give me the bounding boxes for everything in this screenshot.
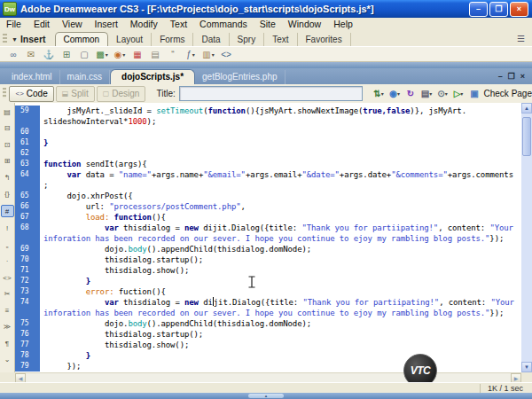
dropdown-arrow-icon[interactable]: ▾ [397, 90, 400, 97]
insert-tab-forms[interactable]: Forms [152, 33, 193, 46]
apply-comment-icon[interactable]: „ [2, 239, 13, 250]
images-icon[interactable]: ▩▾ [94, 48, 110, 61]
line-number: 73 [15, 286, 40, 297]
validate-markup-icon[interactable]: ▷▾ [451, 89, 466, 98]
doc-minimize-button[interactable]: – [498, 72, 503, 81]
panel-expander-grip[interactable]: ▴ [248, 394, 284, 398]
split-view-icon: ⬓ [62, 90, 69, 98]
indent-code-icon[interactable]: ≫ [2, 322, 13, 332]
insert-tab-favorites[interactable]: Favorites [298, 33, 351, 46]
menu-insert[interactable]: Insert [89, 19, 124, 29]
vertical-scrollbar[interactable]: ▲ ▼ [521, 103, 532, 372]
server-include-icon[interactable]: ▤ [147, 48, 163, 61]
doc-toolbar-grip[interactable] [3, 88, 6, 98]
format-source-icon[interactable]: ¶ [2, 338, 13, 348]
doc-restore-button[interactable]: ❐ [508, 72, 515, 81]
title-input[interactable] [179, 86, 363, 101]
code-text: }); [40, 361, 81, 372]
templates-icon[interactable]: ▥▾ [200, 48, 216, 61]
menu-text[interactable]: Text [164, 19, 193, 29]
more-chevron-icon[interactable]: ⌄ [2, 355, 13, 365]
wrap-tag-icon[interactable]: <> [2, 272, 13, 283]
collapse-selection-icon[interactable]: ⊡ [2, 139, 13, 150]
insert-tab-layout[interactable]: Layout [108, 33, 152, 46]
split-view-button[interactable]: ⬓ Split [56, 86, 95, 102]
code-text: url: "processors/postComment.php", [40, 201, 246, 212]
balance-braces-icon[interactable]: {} [2, 189, 13, 200]
dropdown-arrow-icon[interactable]: ▾ [212, 51, 215, 58]
menu-window[interactable]: Window [282, 19, 327, 29]
code-text: dojo.body().appendChild(thisdialog.domNo… [40, 244, 311, 254]
check-page-icon[interactable]: ▣ [467, 89, 482, 98]
menu-help[interactable]: Help [327, 19, 359, 29]
restore-button[interactable]: ❐ [489, 2, 508, 17]
insert-tab-text[interactable]: Text [264, 33, 297, 46]
media-icon[interactable]: ◉▾ [112, 48, 128, 61]
dropdown-arrow-icon[interactable]: ▾ [445, 90, 448, 97]
select-parent-tag-icon[interactable]: ↰ [2, 172, 13, 183]
dropdown-arrow-icon[interactable]: ▾ [106, 51, 108, 58]
code-editor[interactable]: 59 jsMyArt._slideId = setTimeout(functio… [15, 103, 521, 372]
toolbar-grip[interactable] [3, 34, 7, 44]
code-line: 76 thisdialog.startup(); [15, 329, 521, 340]
tag-chooser-icon[interactable]: <> [218, 48, 234, 61]
dropdown-arrow-icon[interactable]: ▾ [381, 90, 384, 97]
collapse-full-tag-icon[interactable]: ⊟ [2, 123, 13, 134]
code-line: ; [15, 180, 521, 191]
minimize-button[interactable]: – [469, 2, 488, 17]
preview-browser-icon[interactable]: ◉▾ [387, 89, 403, 98]
table-icon[interactable]: ⊞ [59, 48, 74, 61]
server-include-icon-glyph: ▤ [151, 50, 159, 59]
design-view-button[interactable]: ▢ Design [97, 86, 146, 102]
remove-comment-icon[interactable]: · [2, 256, 13, 267]
menu-modify[interactable]: Modify [124, 19, 164, 29]
scroll-down-icon[interactable]: ▼ [521, 362, 532, 372]
check-page-button[interactable]: Check Page [484, 89, 532, 98]
script-icon[interactable]: ƒ▾ [183, 48, 199, 61]
named-anchor-icon[interactable]: ⚓ [41, 48, 57, 61]
insert-tab-spry[interactable]: Spry [230, 33, 265, 46]
date-icon[interactable]: ▦ [129, 48, 145, 61]
line-number: 66 [15, 201, 40, 212]
open-documents-icon[interactable]: ▤ [2, 106, 13, 117]
doc-tab-main-css[interactable]: main.css [60, 70, 110, 84]
vertical-scroll-thumb[interactable] [522, 117, 531, 156]
file-management-icon[interactable]: ⇅▾ [372, 89, 387, 98]
doc-close-button[interactable]: × [520, 72, 525, 81]
hyperlink-icon[interactable]: ∞ [5, 48, 21, 61]
code-view-button[interactable]: <> Code [9, 86, 53, 102]
panel-menu-icon[interactable]: ☰ [517, 34, 525, 43]
code-line: 59 jsMyArt._slideId = setTimeout(functio… [15, 106, 521, 116]
doc-tab-getblogentries-php[interactable]: getBlogEntries.php [195, 70, 286, 84]
insert-tab-common[interactable]: Common [55, 32, 109, 46]
comment-icon[interactable]: “ [165, 48, 181, 61]
menu-file[interactable]: File [0, 19, 27, 29]
scroll-up-icon[interactable]: ▲ [521, 103, 532, 113]
menu-edit[interactable]: Edit [27, 19, 56, 29]
email-link-icon[interactable]: ✉ [23, 48, 39, 61]
insert-bar-label[interactable]: ▼ Insert [12, 34, 46, 44]
code-text: var data = "name="+args.name+"&email="+a… [40, 169, 513, 180]
dropdown-arrow-icon[interactable]: ▾ [122, 51, 125, 58]
visual-aids-icon[interactable]: ⊙▾ [435, 89, 450, 98]
dropdown-arrow-icon[interactable]: ▾ [192, 51, 195, 58]
dropdown-arrow-icon[interactable]: ▾ [460, 90, 463, 97]
expand-all-icon[interactable]: ⊞ [2, 156, 13, 167]
view-options-icon[interactable]: ▤▾ [419, 89, 434, 98]
close-button[interactable]: × [510, 2, 528, 17]
recent-snippets-icon[interactable]: ✂ [2, 289, 13, 300]
line-numbers-icon[interactable]: # [1, 205, 14, 217]
dropdown-arrow-icon[interactable]: ▾ [429, 90, 432, 97]
refresh-icon[interactable]: ↻ [403, 89, 419, 98]
menu-view[interactable]: View [56, 19, 89, 29]
doc-tab-dojoscripts-js-[interactable]: dojoScripts.js* [110, 69, 195, 84]
highlight-invalid-code-icon[interactable]: ! [2, 223, 13, 234]
code-text: dojo.body().appendChild(thisdialog.domNo… [40, 318, 311, 329]
insert-tab-data[interactable]: Data [193, 33, 229, 46]
named-anchor-icon-glyph: ⚓ [43, 50, 54, 59]
insert-div-icon[interactable]: ▢ [76, 48, 92, 61]
menu-site[interactable]: Site [254, 19, 282, 29]
doc-tab-index-html[interactable]: index.html [4, 70, 60, 84]
menu-commands[interactable]: Commands [193, 19, 254, 29]
move-css-icon[interactable]: ≡ [2, 305, 13, 316]
